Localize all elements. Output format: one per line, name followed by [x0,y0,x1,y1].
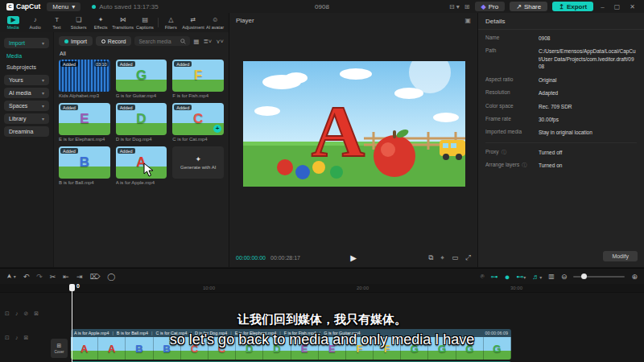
tab-stickers[interactable]: ❏ Stickers [68,16,89,30]
magnetic-snap-icon[interactable]: ⊶ [491,273,498,281]
zoom-in-icon[interactable]: ⊕ [631,273,638,281]
detail-row-imported-media: Imported media Stay in original location [485,129,637,136]
ruler-mark: 20:00 [357,286,369,290]
filter-icon[interactable]: ⋎˅ [216,38,224,45]
sidebar-item-subprojects[interactable]: Subprojects [0,62,53,72]
preview-quality-icon[interactable]: ▥ [548,273,555,280]
media-item-c-cat[interactable]: Added C + C is for Cat.mp4 [172,103,224,142]
grid-view-icon[interactable]: ▦ [193,38,199,45]
sidebar-item-spaces[interactable]: Spaces ▾ [4,101,49,111]
media-thumbnail[interactable]: Added B [59,146,110,179]
media-thumbnail[interactable]: Added A [116,146,167,179]
media-thumbnail[interactable]: Added G [116,60,167,92]
media-item-g-guitar[interactable]: Added G G is for Guitar.mp4 [116,60,167,98]
share-button[interactable]: ↗ Share [510,2,547,11]
slider-handle[interactable] [581,274,587,279]
tab-captions[interactable]: ▤ Captions [135,16,155,30]
detail-value: 30.00fps [539,116,559,123]
maximize-button[interactable]: ▢ [612,3,623,10]
detail-row-name: Name 0908 [485,35,637,42]
info-icon[interactable]: ⓘ [522,162,526,169]
modify-button[interactable]: Modify [603,251,638,261]
redo-icon[interactable]: ↷ [36,273,43,281]
cover-label: Cover [54,350,64,354]
media-grid: Added 03:10 Kids Alphabet.mp3 Added G G … [59,60,224,185]
media-thumbnail[interactable]: Added F [172,60,224,92]
tab-audio[interactable]: ♪ Audio [25,16,45,30]
sticker-icon: ❏ [76,16,81,24]
media-item-a-apple[interactable]: Added A A is for Apple.mp4 [116,146,167,185]
zoom-out-icon[interactable]: ⊖ [561,273,568,281]
generate-with-ai-card[interactable]: ✦ Generate with AI [172,146,224,185]
added-badge: Added [174,105,192,110]
video-preview[interactable]: A [243,61,465,187]
tab-adjustment[interactable]: ⇄ Adjustment [183,16,204,30]
auto-ripple-icon[interactable]: ● [505,272,510,282]
split-icon[interactable]: ✂ [50,273,56,281]
trim-left-icon[interactable]: ⇤ [63,273,69,281]
voiceover-icon[interactable]: ⌾ [481,273,485,281]
media-item-d-dog[interactable]: Added D D is for Dog.mp4 [116,103,167,142]
chevron-down-icon: ▾ [42,116,44,121]
media-item-b-ball[interactable]: Added B B is for Ball.mp4 [59,146,110,185]
sort-icon[interactable]: ≣˅ [203,38,212,45]
media-item-f-fish[interactable]: Added F F is for Fish.mp4 [172,60,224,98]
player-options-icon[interactable]: ▣ [464,17,471,24]
menu-button[interactable]: Menu ▾ [47,2,80,11]
trim-right-icon[interactable]: ⇥ [76,273,83,281]
thumb-letter: C [193,111,203,127]
preview-audio-icon[interactable]: ♬▾ [532,273,542,281]
tab-filters[interactable]: △ Filters [161,16,181,30]
timeline-zoom-slider[interactable] [573,276,625,278]
undo-icon[interactable]: ↶ [23,273,30,281]
sidebar-item-ai-media[interactable]: AI media ▾ [4,88,49,98]
export-label: Export [567,3,587,10]
add-to-timeline-button[interactable]: + [213,125,221,133]
export-button[interactable]: ↥ Export [552,2,593,11]
mirror-preview-icon[interactable]: ⧉ [428,253,433,262]
tab-ai-avatar[interactable]: ☺ AI avatar [205,16,225,30]
linking-icon[interactable]: ⊷▾ [516,273,526,281]
sidebar-item-yours[interactable]: Yours ▾ [4,75,49,85]
play-button[interactable]: ▶ [350,253,357,262]
media-thumbnail[interactable]: Added D [116,103,167,135]
sidebar-item-dreamina[interactable]: Dreamina [4,126,49,137]
timeline-tracks: ⊡ ♪ ⊘ ⊠ ⊡ ♪ ⊠ ⊞ Cover A is for Apple.mp4… [0,293,644,362]
layout-toggle-icon[interactable]: ⊟ ▾ [449,3,460,10]
tab-transitions[interactable]: ⋈ Transitions [113,16,134,30]
timeline-ruler[interactable]: 10:00 20:00 30:00 [0,284,644,293]
sidebar-item-import[interactable]: Import ▾ [4,38,49,48]
added-badge: Added [60,61,78,67]
detail-label: Proxy [485,149,499,154]
tab-text[interactable]: T Text [47,16,67,30]
close-button[interactable]: ✕ [627,3,638,10]
cursor-icon: ➤ [6,274,13,279]
media-thumbnail[interactable]: Added E [59,103,110,135]
filter-all-label[interactable]: All [54,47,229,58]
media-thumbnail[interactable]: Added 03:10 [59,60,110,92]
delete-icon[interactable]: ⌦ [89,273,100,281]
object-tracking-icon[interactable]: ⌖ [440,253,444,262]
current-time: 00:00:00:00 [236,255,266,261]
info-icon[interactable]: ⓘ [502,149,506,156]
media-item-e-elephant[interactable]: Added E E is for Elephant.mp4 [59,103,110,142]
sidebar-item-media[interactable]: Media [0,51,53,61]
search-input[interactable]: Search media [134,36,190,46]
import-button[interactable]: Import [59,36,93,46]
pro-button[interactable]: ◆ Pro [475,2,506,11]
sidebar-item-library[interactable]: Library ▾ [4,113,49,124]
panel-layout-icon[interactable]: ⊞ [464,3,470,10]
media-thumbnail[interactable]: Added C + [172,103,224,135]
fullscreen-icon[interactable]: ⤢ [465,253,471,262]
record-button[interactable]: Record [96,36,132,46]
tab-media[interactable]: ▶ Media [3,16,23,30]
adjustment-icon: ⇄ [190,16,196,24]
media-item-kids-alphabet[interactable]: Added 03:10 Kids Alphabet.mp3 [59,60,110,98]
select-tool-button[interactable]: ➤ ▾ [6,273,16,280]
thumb-letter: B [80,154,89,171]
ratio-icon[interactable]: ▭ [452,253,458,262]
minimize-button[interactable]: – [598,3,606,10]
sidebar-item-label: Dreamina [9,129,33,134]
mask-icon[interactable]: ◯ [107,273,115,281]
tab-effects[interactable]: ✦ Effects [91,16,111,30]
